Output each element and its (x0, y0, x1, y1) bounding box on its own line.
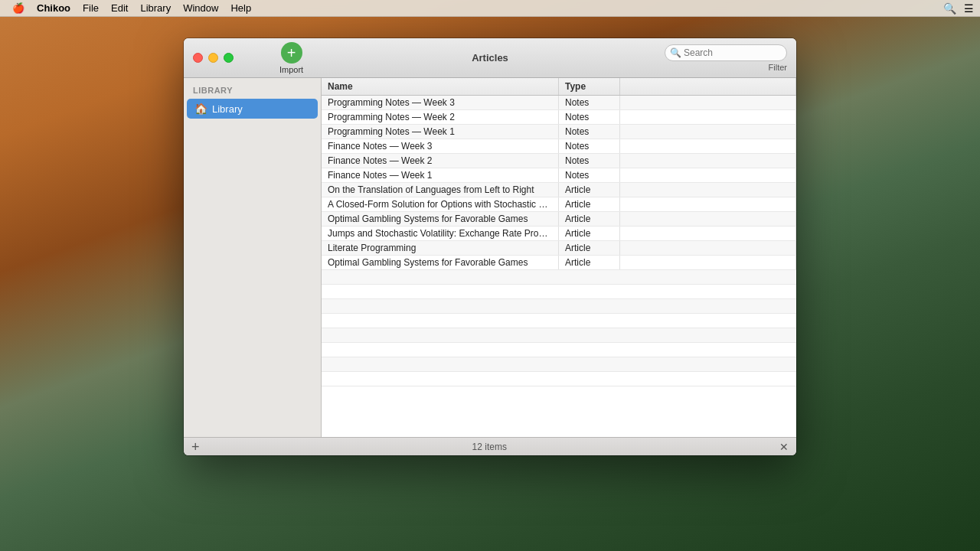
table-row[interactable]: Optimal Gambling Systems for Favorable G… (322, 256, 796, 270)
cell-name: Programming Notes — Week 3 (322, 96, 559, 109)
cell-type: Article (559, 183, 620, 197)
add-button[interactable]: + (191, 440, 200, 454)
empty-row (322, 328, 796, 343)
cell-extra (620, 139, 796, 153)
cell-name: Optimal Gambling Systems for Favorable G… (322, 212, 559, 226)
cell-extra (620, 96, 796, 109)
cell-type: Article (559, 241, 620, 255)
col-header-name[interactable]: Name (322, 78, 559, 95)
cell-extra (620, 227, 796, 240)
empty-row (322, 314, 796, 328)
cell-extra (620, 110, 796, 124)
import-icon: + (281, 42, 302, 64)
cell-type: Notes (559, 110, 620, 124)
menubar-file[interactable]: File (77, 0, 105, 17)
cell-name: On the Translation of Languages from Lef… (322, 183, 559, 197)
cell-type: Notes (559, 168, 620, 182)
traffic-lights (193, 53, 234, 63)
menubar: 🍎 Chikoo File Edit Library Window Help 🔍… (0, 0, 980, 17)
filter-label[interactable]: Filter (769, 63, 787, 72)
table-row[interactable]: Jumps and Stochastic Volatility: Exchang… (322, 227, 796, 241)
empty-row (322, 372, 796, 386)
table-row[interactable]: Programming Notes — Week 3 Notes (322, 96, 796, 110)
sidebar-item-library-label: Library (212, 103, 243, 115)
item-count: 12 items (200, 442, 779, 452)
empty-row (322, 343, 796, 357)
cell-type: Article (559, 197, 620, 211)
table-row[interactable]: A Closed-Form Solution for Options with … (322, 197, 796, 212)
articles-window: + Import Articles 🔍 Filter LIBRARY 🏠 Lib… (184, 38, 796, 455)
cell-extra (620, 125, 796, 139)
close-button[interactable] (193, 53, 203, 63)
cell-name: Literate Programming (322, 241, 559, 255)
search-menubar-icon[interactable]: 🔍 (943, 2, 956, 15)
table-row[interactable]: Programming Notes — Week 1 Notes (322, 125, 796, 139)
table-header: Name Type (322, 78, 796, 96)
library-icon: 🏠 (194, 103, 207, 115)
menubar-edit[interactable]: Edit (105, 0, 134, 17)
cell-type: Notes (559, 154, 620, 168)
cell-extra (620, 256, 796, 269)
maximize-button[interactable] (224, 53, 234, 63)
menubar-help[interactable]: Help (224, 0, 257, 17)
import-button[interactable]: + Import (279, 42, 303, 74)
table-row[interactable]: Programming Notes — Week 2 Notes (322, 110, 796, 125)
menubar-right-icons: 🔍 ☰ (943, 2, 974, 15)
cell-name: A Closed-Form Solution for Options with … (322, 197, 559, 211)
cell-extra (620, 154, 796, 168)
cell-extra (620, 168, 796, 182)
table-row[interactable]: On the Translation of Languages from Lef… (322, 183, 796, 197)
search-input[interactable] (665, 44, 787, 61)
cell-name: Programming Notes — Week 2 (322, 110, 559, 124)
cell-extra (620, 212, 796, 226)
col-header-type[interactable]: Type (559, 78, 620, 95)
table-row[interactable]: Finance Notes — Week 1 Notes (322, 168, 796, 183)
cell-type: Article (559, 256, 620, 269)
empty-row (322, 299, 796, 314)
cell-type: Article (559, 212, 620, 226)
search-icon: 🔍 (670, 47, 681, 58)
cell-name: Finance Notes — Week 3 (322, 139, 559, 153)
empty-row (322, 270, 796, 285)
tools-icon[interactable]: ✕ (779, 441, 789, 453)
menubar-library[interactable]: Library (134, 0, 177, 17)
col-header-extra (620, 78, 796, 95)
empty-row (322, 357, 796, 372)
content-area: LIBRARY 🏠 Library Name Type Programming … (184, 78, 796, 437)
cell-type: Notes (559, 96, 620, 109)
table-row[interactable]: Finance Notes — Week 3 Notes (322, 139, 796, 154)
cell-type: Article (559, 227, 620, 240)
cell-type: Notes (559, 125, 620, 139)
sidebar-section-header: LIBRARY (184, 81, 321, 98)
import-label: Import (279, 65, 303, 74)
table-body: Programming Notes — Week 3 Notes Program… (322, 96, 796, 437)
menubar-window[interactable]: Window (177, 0, 224, 17)
statusbar: + 12 items ✕ (184, 437, 796, 455)
table-row[interactable]: Optimal Gambling Systems for Favorable G… (322, 212, 796, 227)
titlebar: + Import Articles 🔍 Filter (184, 38, 796, 78)
search-bar: 🔍 Filter (665, 44, 787, 72)
cell-name: Jumps and Stochastic Volatility: Exchang… (322, 227, 559, 240)
toolbar-right: 🔍 Filter (665, 44, 787, 72)
cell-extra (620, 241, 796, 255)
menubar-app-name[interactable]: Chikoo (31, 0, 77, 17)
sidebar: LIBRARY 🏠 Library (184, 78, 322, 437)
cell-name: Programming Notes — Week 1 (322, 125, 559, 139)
search-input-wrapper: 🔍 (665, 44, 787, 61)
empty-row (322, 285, 796, 299)
cell-name: Optimal Gambling Systems for Favorable G… (322, 256, 559, 269)
cell-name: Finance Notes — Week 2 (322, 154, 559, 168)
sidebar-item-library[interactable]: 🏠 Library (187, 99, 318, 119)
table-row[interactable]: Literate Programming Article (322, 241, 796, 256)
cell-name: Finance Notes — Week 1 (322, 168, 559, 182)
table-area: Name Type Programming Notes — Week 3 Not… (322, 78, 796, 437)
table-row[interactable]: Finance Notes — Week 2 Notes (322, 154, 796, 168)
apple-menu[interactable]: 🍎 (6, 0, 31, 17)
window-title: Articles (472, 52, 508, 64)
minimize-button[interactable] (208, 53, 218, 63)
cell-type: Notes (559, 139, 620, 153)
list-menubar-icon[interactable]: ☰ (964, 2, 974, 15)
cell-extra (620, 197, 796, 211)
cell-extra (620, 183, 796, 197)
